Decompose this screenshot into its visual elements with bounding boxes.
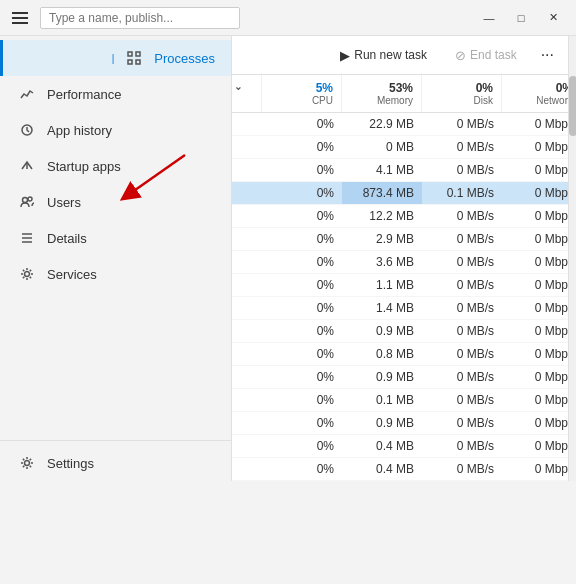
users-label: Users bbox=[47, 195, 81, 210]
disk-cell: 0 MB/s bbox=[422, 412, 502, 434]
processes-icon bbox=[126, 50, 142, 66]
app-history-label: App history bbox=[47, 123, 112, 138]
active-indicator: | bbox=[112, 53, 115, 64]
end-task-button[interactable]: ⊘ End task bbox=[445, 44, 527, 67]
cpu-cell: 0% bbox=[262, 182, 342, 204]
sidebar-item-settings[interactable]: Settings bbox=[0, 445, 231, 481]
scrollbar-track[interactable] bbox=[568, 36, 576, 481]
hamburger-menu[interactable] bbox=[8, 8, 32, 28]
row-indicator bbox=[232, 205, 262, 227]
table-row[interactable]: 0%0.1 MB0 MB/s0 Mbps bbox=[232, 389, 568, 412]
scrollbar-thumb[interactable] bbox=[569, 76, 576, 136]
row-indicator bbox=[232, 228, 262, 250]
svg-rect-0 bbox=[128, 52, 132, 56]
network-cell: 0 Mbps bbox=[502, 297, 568, 319]
cpu-cell: 0% bbox=[262, 412, 342, 434]
content-area: ▶ Run new task ⊘ End task ··· ⌄ 5% CPU bbox=[232, 36, 568, 481]
table-row[interactable]: 0%1.4 MB0 MB/s0 Mbps bbox=[232, 297, 568, 320]
disk-cell: 0 MB/s bbox=[422, 159, 502, 181]
row-indicator bbox=[232, 435, 262, 457]
svg-rect-2 bbox=[128, 60, 132, 64]
cpu-cell: 0% bbox=[262, 343, 342, 365]
table-row[interactable]: 0%0.8 MB0 MB/s0 Mbps bbox=[232, 343, 568, 366]
network-cell: 0 Mbps bbox=[502, 343, 568, 365]
cpu-cell: 0% bbox=[262, 159, 342, 181]
table-header: ⌄ 5% CPU 53% Memory 0% Disk 0% Network bbox=[232, 75, 568, 113]
table-row[interactable]: 0%873.4 MB0.1 MB/s0 Mbps bbox=[232, 182, 568, 205]
search-input[interactable] bbox=[40, 7, 240, 29]
row-indicator bbox=[232, 274, 262, 296]
cpu-cell: 0% bbox=[262, 205, 342, 227]
memory-cell: 0.4 MB bbox=[342, 435, 422, 457]
sidebar-item-processes[interactable]: |Processes bbox=[0, 40, 231, 76]
network-cell: 0 Mbps bbox=[502, 320, 568, 342]
table-row[interactable]: 0%12.2 MB0 MB/s0 Mbps bbox=[232, 205, 568, 228]
table-row[interactable]: 0%22.9 MB0 MB/s0 Mbps bbox=[232, 113, 568, 136]
memory-cell: 1.4 MB bbox=[342, 297, 422, 319]
details-icon bbox=[19, 230, 35, 246]
network-col-header[interactable]: 0% Network bbox=[502, 75, 568, 112]
cpu-cell: 0% bbox=[262, 228, 342, 250]
memory-cell: 0.9 MB bbox=[342, 366, 422, 388]
table-row[interactable]: 0%0.4 MB0 MB/s0 Mbps bbox=[232, 435, 568, 458]
maximize-button[interactable]: □ bbox=[506, 6, 536, 30]
sidebar-item-app-history[interactable]: App history bbox=[0, 112, 231, 148]
sidebar-bottom: Settings bbox=[0, 440, 231, 481]
row-indicator bbox=[232, 320, 262, 342]
table-row[interactable]: 0%0.9 MB0 MB/s0 Mbps bbox=[232, 412, 568, 435]
svg-point-12 bbox=[25, 461, 30, 466]
table-row[interactable]: 0%0 MB0 MB/s0 Mbps bbox=[232, 136, 568, 159]
disk-cell: 0 MB/s bbox=[422, 113, 502, 135]
table-row[interactable]: 0%1.1 MB0 MB/s0 Mbps bbox=[232, 274, 568, 297]
performance-label: Performance bbox=[47, 87, 121, 102]
memory-cell: 12.2 MB bbox=[342, 205, 422, 227]
sidebar: |ProcessesPerformanceApp historyStartup … bbox=[0, 36, 232, 481]
main-container: |ProcessesPerformanceApp historyStartup … bbox=[0, 36, 576, 481]
table-row[interactable]: 0%0.9 MB0 MB/s0 Mbps bbox=[232, 366, 568, 389]
settings-icon bbox=[19, 455, 35, 471]
cpu-cell: 0% bbox=[262, 366, 342, 388]
disk-col-header[interactable]: 0% Disk bbox=[422, 75, 502, 112]
processes-label: Processes bbox=[154, 51, 215, 66]
sidebar-item-users[interactable]: Users bbox=[0, 184, 231, 220]
sort-arrow-col[interactable]: ⌄ bbox=[232, 75, 262, 112]
sidebar-item-details[interactable]: Details bbox=[0, 220, 231, 256]
services-label: Services bbox=[47, 267, 97, 282]
memory-cell: 0 MB bbox=[342, 136, 422, 158]
svg-point-7 bbox=[28, 197, 32, 201]
row-indicator bbox=[232, 458, 262, 480]
window-controls: — □ ✕ bbox=[474, 6, 568, 30]
network-cell: 0 Mbps bbox=[502, 274, 568, 296]
row-indicator bbox=[232, 366, 262, 388]
network-cell: 0 Mbps bbox=[502, 113, 568, 135]
table-row[interactable]: 0%0.9 MB0 MB/s0 Mbps bbox=[232, 320, 568, 343]
memory-cell: 0.9 MB bbox=[342, 320, 422, 342]
settings-label: Settings bbox=[47, 456, 94, 471]
memory-col-header[interactable]: 53% Memory bbox=[342, 75, 422, 112]
minimize-button[interactable]: — bbox=[474, 6, 504, 30]
sidebar-item-services[interactable]: Services bbox=[0, 256, 231, 292]
run-new-task-button[interactable]: ▶ Run new task bbox=[330, 44, 437, 67]
services-icon bbox=[19, 266, 35, 282]
details-label: Details bbox=[47, 231, 87, 246]
table-row[interactable]: 0%4.1 MB0 MB/s0 Mbps bbox=[232, 159, 568, 182]
cpu-cell: 0% bbox=[262, 251, 342, 273]
table-row[interactable]: 0%3.6 MB0 MB/s0 Mbps bbox=[232, 251, 568, 274]
sidebar-item-performance[interactable]: Performance bbox=[0, 76, 231, 112]
cpu-col-header[interactable]: 5% CPU bbox=[262, 75, 342, 112]
app-history-icon bbox=[19, 122, 35, 138]
table-body: 0%22.9 MB0 MB/s0 Mbps0%0 MB0 MB/s0 Mbps0… bbox=[232, 113, 568, 481]
more-options-button[interactable]: ··· bbox=[535, 42, 560, 68]
close-button[interactable]: ✕ bbox=[538, 6, 568, 30]
table-row[interactable]: 0%2.9 MB0 MB/s0 Mbps bbox=[232, 228, 568, 251]
disk-cell: 0 MB/s bbox=[422, 205, 502, 227]
cpu-cell: 0% bbox=[262, 136, 342, 158]
row-indicator bbox=[232, 389, 262, 411]
run-task-icon: ▶ bbox=[340, 48, 350, 63]
network-cell: 0 Mbps bbox=[502, 412, 568, 434]
memory-cell: 2.9 MB bbox=[342, 228, 422, 250]
memory-cell: 3.6 MB bbox=[342, 251, 422, 273]
sidebar-item-startup-apps[interactable]: Startup apps bbox=[0, 148, 231, 184]
table-row[interactable]: 0%0.4 MB0 MB/s0 Mbps bbox=[232, 458, 568, 481]
disk-cell: 0 MB/s bbox=[422, 136, 502, 158]
